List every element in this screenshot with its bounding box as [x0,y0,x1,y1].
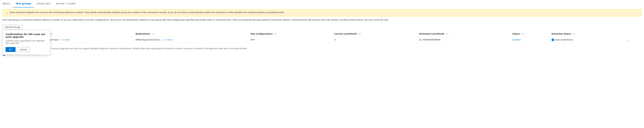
tab-basics[interactable]: Basics [3,0,13,7]
cell-status: Enabled [512,37,552,43]
modal-body: Confirm auto upgradation for selected VM… [6,40,47,44]
ext-status-icon: 3 [552,38,554,41]
col-sources: Sources ↑↓ [40,31,136,37]
status-link[interactable]: Enabled [512,39,520,41]
tabs-bar: Basics Test groups Create alert Review +… [0,0,644,7]
col-current-cost: Current Cost/Month ↑↓ [334,31,419,37]
toolbar: Add Test Group [0,23,644,31]
tab-test-groups[interactable]: Test groups [13,0,34,7]
add-test-group-button[interactable]: Add Test Group [3,25,22,29]
col-status: Status ↑↓ [512,31,552,37]
modal-cancel-button[interactable]: Cancel [17,47,30,52]
cell-current-cost: 0 [334,37,419,43]
sort-icon-status[interactable]: ↑↓ [521,33,524,35]
col-estimated-cost: Estimated Cost/Month ↑↓ [419,31,512,37]
warning-text: Some selected endpoints do not have the … [10,11,284,14]
sort-icon-sources[interactable]: ↑↓ [50,33,53,35]
col-destinations: Destinations ↑↓ [136,31,250,37]
tab-review-create[interactable]: Review + create [54,0,78,7]
table-container: Name ↑↓ Sources ↑↓ Destinations ↑↓ Test … [0,31,644,43]
cell-sources: Vnet1(anujaintopo) + 2 more [40,37,136,43]
cell-estimated-cost: $1.79999999999998 [419,37,512,43]
cell-menu: ... [627,37,641,43]
modal-ok-button[interactable]: OK [6,47,16,52]
table-row: SCFAC Vnet1(anujaintopo) + 2 more AMAInt… [3,37,641,43]
col-actions [627,31,641,37]
ext-status-container: 3 Auto Enablement [552,38,626,41]
enable-network-watcher-section: ✓ Enable Network watcher extension ⓘ [3,53,641,56]
warning-icon: ⚠ [6,11,8,14]
sort-icon-estimated-cost[interactable]: ↑↓ [446,33,448,35]
sort-icon-destinations[interactable]: ↑↓ [152,33,154,35]
row-context-menu[interactable]: ... [627,38,630,41]
data-table: Name ↑↓ Sources ↑↓ Destinations ↑↓ Test … [3,31,641,43]
description-text: Each test group in Connection Monitor de… [0,18,644,23]
col-test-configs: Test Configurations ↑↓ [250,31,334,37]
modal-footer: OK Cancel [6,47,47,52]
cell-test-configs: GFTI [250,37,334,43]
col-ext-status: Extension Status ↑↓ [552,31,627,37]
sort-icon-ext-status[interactable]: ↑↓ [572,33,575,35]
cell-ext-status: 3 Auto Enablement [552,37,627,43]
info-message: Some selected VM scale sets are configur… [3,46,641,51]
destinations-more-link[interactable]: + 1 more [162,39,172,41]
sort-icon-test-configs[interactable]: ↑↓ [274,33,277,35]
sort-icon-current-cost[interactable]: ↑↓ [358,33,361,35]
cell-destinations: AMAIntegrationEU2EUA... + 1 more [136,37,250,43]
sources-more-link[interactable]: + 2 more [60,39,70,41]
bottom-section: Some selected VM scale sets are configur… [0,43,644,58]
tab-create-alert[interactable]: Create alert [34,0,53,7]
modal-title: Confirmation for VM scale set auto upgra… [6,33,47,38]
modal-dialog: Confirmation for VM scale set auto upgra… [3,30,50,55]
warning-banner: ⚠ Some selected endpoints do not have th… [3,9,641,16]
